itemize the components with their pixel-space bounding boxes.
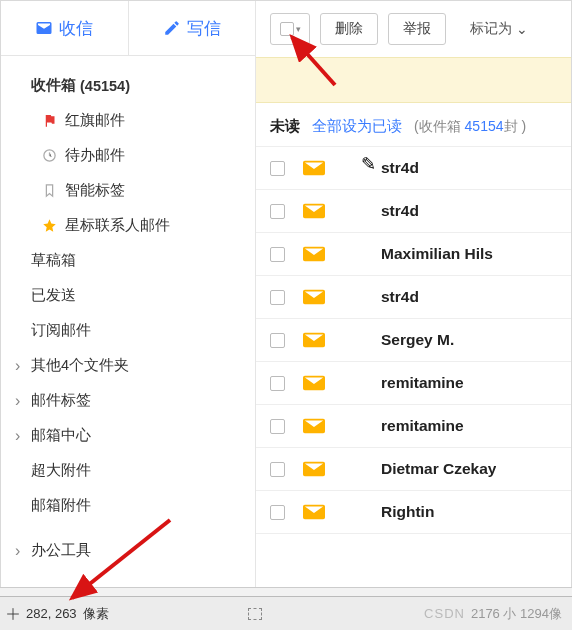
sidebar-item-label: 邮件标签 <box>31 391 91 410</box>
filter-row: 未读 全部设为已读 (收件箱 45154封 ) <box>256 103 571 147</box>
pencil-icon <box>163 19 181 37</box>
sidebar-item-label: 订阅邮件 <box>31 321 91 340</box>
mail-row[interactable]: str4d <box>256 147 571 190</box>
mail-row[interactable]: str4d <box>256 276 571 319</box>
sidebar-item-mail-center[interactable]: 邮箱中心 <box>1 418 255 453</box>
sidebar-item-big-attach[interactable]: 超大附件 <box>1 453 255 488</box>
sidebar-item-sent[interactable]: 已发送 <box>1 278 255 313</box>
markas-button[interactable]: 标记为 ⌄ <box>456 13 542 45</box>
sidebar-item-label: 办公工具 <box>31 541 91 560</box>
sidebar: 收信 写信 收件箱 (45154) 红旗邮件 待办邮件 <box>1 1 256 594</box>
sidebar-item-smart-label[interactable]: 智能标签 <box>1 173 255 208</box>
row-checkbox[interactable] <box>270 462 285 477</box>
sidebar-item-other-folders[interactable]: 其他4个文件夹 <box>1 348 255 383</box>
sidebar-inbox[interactable]: 收件箱 (45154) <box>1 68 255 103</box>
clock-icon <box>41 148 57 164</box>
status-right-text: 2176 小 1294像 <box>471 605 562 623</box>
mail-row[interactable]: str4d <box>256 190 571 233</box>
sidebar-item-label: 星标联系人邮件 <box>65 216 170 235</box>
envelope-icon <box>303 504 325 520</box>
mail-list: str4dstr4dMaximilian Hilsstr4dSergey M.r… <box>256 147 571 594</box>
row-checkbox[interactable] <box>270 419 285 434</box>
sidebar-item-office[interactable]: 办公工具 <box>1 533 255 568</box>
row-checkbox[interactable] <box>270 290 285 305</box>
markas-label: 标记为 <box>470 20 512 38</box>
star-icon <box>41 218 57 234</box>
sidebar-item-label: 红旗邮件 <box>65 111 125 130</box>
row-checkbox[interactable] <box>270 376 285 391</box>
status-bar: 282, 263 像素 CSDN 2176 小 1294像 <box>0 596 572 630</box>
row-checkbox[interactable] <box>270 505 285 520</box>
sender-name: Maximilian Hils <box>381 245 493 263</box>
bookmark-icon <box>41 183 57 199</box>
unread-label: 未读 <box>270 117 300 136</box>
sidebar-item-starred[interactable]: 星标联系人邮件 <box>1 208 255 243</box>
sidebar-item-mail-tags[interactable]: 邮件标签 <box>1 383 255 418</box>
compose-label: 写信 <box>187 17 221 40</box>
mail-row[interactable]: Maximilian Hils <box>256 233 571 276</box>
compose-mail-button[interactable]: 写信 <box>129 1 256 55</box>
sidebar-item-flagged[interactable]: 红旗邮件 <box>1 103 255 138</box>
checkbox-icon <box>280 22 294 36</box>
select-all-checkbox[interactable]: ▾ <box>270 13 310 45</box>
toolbar: ▾ 删除 举报 标记为 ⌄ <box>256 1 571 57</box>
sidebar-item-todo[interactable]: 待办邮件 <box>1 138 255 173</box>
receive-label: 收信 <box>59 17 93 40</box>
sidebar-top-buttons: 收信 写信 <box>1 1 255 56</box>
inbox-count: (45154) <box>80 78 130 94</box>
mark-all-read-link[interactable]: 全部设为已读 <box>312 117 402 136</box>
sender-name: Rightin <box>381 503 434 521</box>
inbox-hint: (收件箱 45154封 ) <box>414 118 526 136</box>
row-checkbox[interactable] <box>270 333 285 348</box>
sidebar-item-label: 其他4个文件夹 <box>31 356 129 375</box>
inbox-icon <box>35 19 53 37</box>
coords-value: 282, 263 <box>26 606 77 621</box>
sidebar-item-drafts[interactable]: 草稿箱 <box>1 243 255 278</box>
envelope-icon <box>303 246 325 262</box>
mail-row[interactable]: Rightin <box>256 491 571 534</box>
envelope-icon <box>303 203 325 219</box>
mail-row[interactable]: remitamine <box>256 362 571 405</box>
mail-row[interactable]: remitamine <box>256 405 571 448</box>
sender-name: str4d <box>381 202 419 220</box>
selection-icon <box>248 608 262 620</box>
flag-icon <box>41 113 57 129</box>
mail-row[interactable]: Sergey M. <box>256 319 571 362</box>
row-checkbox[interactable] <box>270 247 285 262</box>
mail-row[interactable]: Dietmar Czekay <box>256 448 571 491</box>
row-checkbox[interactable] <box>270 161 285 176</box>
sidebar-item-label: 邮箱附件 <box>31 496 91 515</box>
envelope-icon <box>303 418 325 434</box>
envelope-icon <box>303 289 325 305</box>
status-right: CSDN 2176 小 1294像 <box>424 605 572 623</box>
report-button[interactable]: 举报 <box>388 13 446 45</box>
sidebar-list: 收件箱 (45154) 红旗邮件 待办邮件 智能标签 星标联系人邮件 草稿箱 <box>1 56 255 594</box>
sidebar-item-label: 已发送 <box>31 286 76 305</box>
sidebar-item-label: 智能标签 <box>65 181 125 200</box>
inbox-label: 收件箱 <box>31 76 76 95</box>
envelope-icon <box>303 160 325 176</box>
status-coords: 282, 263 像素 <box>0 605 109 623</box>
sender-name: Sergey M. <box>381 331 454 349</box>
row-checkbox[interactable] <box>270 204 285 219</box>
sidebar-item-label: 超大附件 <box>31 461 91 480</box>
sender-name: str4d <box>381 288 419 306</box>
main-panel: ▾ 删除 举报 标记为 ⌄ 未读 全部设为已读 (收件箱 45154封 ) st… <box>256 1 571 594</box>
delete-button[interactable]: 删除 <box>320 13 378 45</box>
receive-mail-button[interactable]: 收信 <box>1 1 129 55</box>
sidebar-item-subscribe[interactable]: 订阅邮件 <box>1 313 255 348</box>
envelope-icon <box>303 332 325 348</box>
chevron-down-icon: ⌄ <box>516 21 528 37</box>
sidebar-item-mail-attach[interactable]: 邮箱附件 <box>1 488 255 523</box>
envelope-icon <box>303 461 325 477</box>
notice-banner <box>256 57 571 103</box>
watermark: CSDN <box>424 606 465 621</box>
sender-name: Dietmar Czekay <box>381 460 496 478</box>
crosshair-icon <box>6 607 20 621</box>
app-window: 收信 写信 收件箱 (45154) 红旗邮件 待办邮件 <box>0 0 572 595</box>
envelope-icon <box>303 375 325 391</box>
sidebar-item-label: 草稿箱 <box>31 251 76 270</box>
horizontal-scrollbar[interactable] <box>0 587 572 597</box>
sender-name: remitamine <box>381 374 464 392</box>
coords-suffix: 像素 <box>83 605 109 623</box>
